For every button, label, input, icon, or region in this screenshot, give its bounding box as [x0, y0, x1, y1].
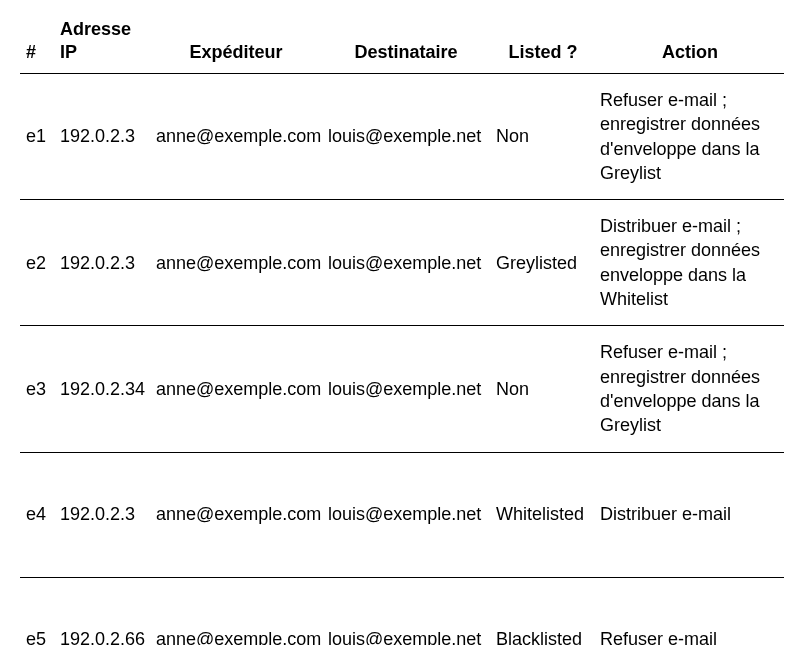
cell-listed: Non — [490, 74, 596, 200]
cell-listed: Whitelisted — [490, 452, 596, 577]
cell-ip: 192.0.2.66 — [54, 577, 150, 645]
cell-action: Distribuer e-mail ; enregistrer données … — [596, 200, 784, 326]
cell-action: Refuser e-mail ; enregistrer données d'e… — [596, 326, 784, 452]
cell-ip: 192.0.2.3 — [54, 74, 150, 200]
col-header-action: Action — [596, 14, 784, 74]
cell-ip: 192.0.2.3 — [54, 452, 150, 577]
col-header-from: Expéditeur — [150, 14, 322, 74]
cell-listed: Blacklisted — [490, 577, 596, 645]
table-row: e3 192.0.2.34 anne@exemple.com louis@exe… — [20, 326, 784, 452]
col-header-num: # — [20, 14, 54, 74]
table-row: e4 192.0.2.3 anne@exemple.com louis@exem… — [20, 452, 784, 577]
table-header-row: # Adresse IP Expéditeur Destinataire Lis… — [20, 14, 784, 74]
cell-to: louis@exemple.net — [322, 326, 490, 452]
cell-from: anne@exemple.com — [150, 452, 322, 577]
col-header-to: Destinataire — [322, 14, 490, 74]
cell-action: Refuser e-mail — [596, 577, 784, 645]
col-header-listed: Listed ? — [490, 14, 596, 74]
cell-from: anne@exemple.com — [150, 200, 322, 326]
cell-listed: Non — [490, 326, 596, 452]
cell-action: Refuser e-mail ; enregistrer données d'e… — [596, 74, 784, 200]
table-row: e1 192.0.2.3 anne@exemple.com louis@exem… — [20, 74, 784, 200]
cell-num: e3 — [20, 326, 54, 452]
cell-listed: Greylisted — [490, 200, 596, 326]
table-row: e2 192.0.2.3 anne@exemple.com louis@exem… — [20, 200, 784, 326]
greylist-table: # Adresse IP Expéditeur Destinataire Lis… — [20, 14, 784, 645]
cell-num: e5 — [20, 577, 54, 645]
cell-to: louis@exemple.net — [322, 74, 490, 200]
cell-num: e2 — [20, 200, 54, 326]
cell-to: louis@exemple.net — [322, 200, 490, 326]
cell-num: e4 — [20, 452, 54, 577]
col-header-ip: Adresse IP — [54, 14, 150, 74]
cell-ip: 192.0.2.34 — [54, 326, 150, 452]
cell-from: anne@exemple.com — [150, 577, 322, 645]
cell-from: anne@exemple.com — [150, 326, 322, 452]
cell-ip: 192.0.2.3 — [54, 200, 150, 326]
cell-to: louis@exemple.net — [322, 577, 490, 645]
table-row: e5 192.0.2.66 anne@exemple.com louis@exe… — [20, 577, 784, 645]
cell-num: e1 — [20, 74, 54, 200]
cell-action: Distribuer e-mail — [596, 452, 784, 577]
cell-to: louis@exemple.net — [322, 452, 490, 577]
cell-from: anne@exemple.com — [150, 74, 322, 200]
